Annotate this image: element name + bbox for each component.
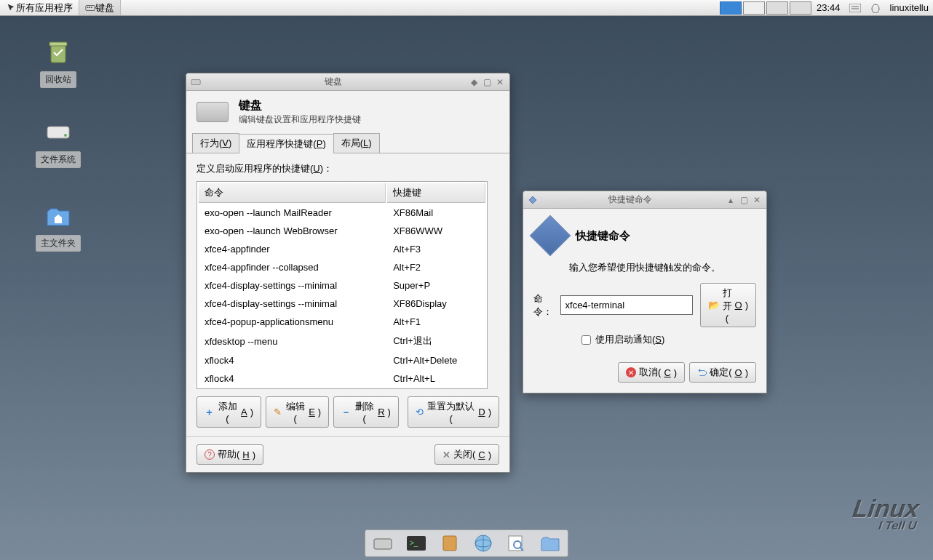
- workspace-4[interactable]: [790, 1, 811, 15]
- sc-dialog-title: 快捷键命令: [538, 193, 723, 206]
- dock-files[interactable]: [437, 532, 463, 554]
- folder-home-icon: [44, 201, 73, 231]
- dock-show-desktop[interactable]: [370, 532, 396, 554]
- network-indicator[interactable]: [865, 0, 886, 15]
- workspace-2[interactable]: [743, 1, 765, 15]
- sc-close-button[interactable]: ✕: [752, 195, 762, 205]
- col-command[interactable]: 命令: [199, 183, 386, 203]
- svg-rect-9: [49, 42, 67, 46]
- sc-max-button[interactable]: ▢: [739, 195, 749, 205]
- command-label: 命令：: [533, 292, 553, 319]
- shortcut-diamond-icon: [530, 215, 571, 257]
- shortcut-key: XF86WWW: [387, 223, 485, 239]
- workspace-3[interactable]: [766, 1, 788, 15]
- tab-behavior[interactable]: 行为(V): [192, 133, 239, 153]
- svg-rect-14: [374, 539, 392, 549]
- dock-search[interactable]: [504, 532, 530, 554]
- home-label: 主文件夹: [36, 235, 81, 252]
- svg-text:>_: >_: [410, 539, 418, 547]
- close-icon: ✕: [442, 449, 450, 460]
- tab-layout[interactable]: 布局(L): [333, 133, 380, 153]
- tab-app-shortcuts[interactable]: 应用程序快捷键(P): [239, 134, 333, 153]
- reset-defaults-button[interactable]: ⟲ 重置为默认(D): [408, 396, 499, 428]
- sc-instruction: 输入您希望使用快捷键触发的命令。: [533, 261, 756, 274]
- sc-titlebar[interactable]: 快捷键命令 ▴ ▢ ✕: [523, 191, 766, 209]
- shortcut-row[interactable]: exo-open --launch WebBrowserXF86WWW: [199, 223, 485, 239]
- svg-rect-17: [443, 536, 456, 551]
- keyboard-titlebar[interactable]: 键盘 ◆ ▢ ✕: [186, 73, 509, 91]
- keyboard-large-icon: [196, 102, 229, 122]
- filesystem-icon[interactable]: 文件系统: [29, 116, 87, 168]
- svg-rect-3: [91, 7, 92, 8]
- shortcut-key: Ctrl+退出: [387, 332, 485, 351]
- filesystem-label: 文件系统: [36, 151, 81, 168]
- open-file-button[interactable]: 📂 打开(O): [700, 283, 756, 327]
- shortcut-cmd: xfce4-display-settings --minimal: [199, 277, 386, 294]
- shortcut-row[interactable]: xfce4-appfinder --collapsedAlt+F2: [199, 259, 485, 276]
- shortcut-row[interactable]: xfce4-display-settings --minimalSuper+P: [199, 277, 485, 294]
- keyboard-icon: [191, 77, 201, 87]
- applications-menu[interactable]: 所有应用程序: [0, 0, 79, 15]
- define-shortcut-label: 定义启动应用程序的快捷键(U)：: [196, 162, 499, 175]
- pencil-icon: ✎: [274, 407, 282, 417]
- taskbar-keyboard[interactable]: 键盘: [79, 0, 121, 15]
- shortcut-row[interactable]: xfdesktop --menuCtrl+退出: [199, 332, 485, 351]
- tabs: 行为(V) 应用程序快捷键(P) 布局(L): [186, 133, 509, 153]
- keyboard-indicator[interactable]: [845, 0, 865, 15]
- shortcut-row[interactable]: xflock4Ctrl+Alt+L: [199, 370, 485, 387]
- shortcut-key: XF86Display: [387, 295, 485, 312]
- remove-button[interactable]: － 删除(R): [333, 396, 399, 428]
- keyboard-settings-window: 键盘 ◆ ▢ ✕ 键盘 编辑键盘设置和应用程序快捷键 行为(V) 应用程序快捷键…: [186, 73, 510, 473]
- svg-rect-12: [191, 79, 200, 84]
- svg-rect-4: [849, 4, 861, 12]
- watermark: Linux I Tell U: [850, 497, 921, 531]
- workspace-1[interactable]: [720, 1, 742, 15]
- startup-notification-label: 使用启动通知(S): [595, 333, 664, 346]
- shortcut-row[interactable]: exo-open --launch MailReaderXF86Mail: [199, 204, 485, 221]
- col-shortcut[interactable]: 快捷键: [387, 183, 485, 203]
- globe-icon: [473, 533, 493, 553]
- shortcut-table[interactable]: 命令 快捷键 exo-open --launch MailReaderXF86M…: [196, 181, 488, 389]
- username[interactable]: linuxitellu: [886, 0, 933, 15]
- shortcut-key: Alt+F3: [387, 241, 485, 257]
- bottom-dock: >_: [365, 529, 568, 557]
- dock-browser[interactable]: [470, 532, 496, 554]
- shortcut-cmd: xflock4: [199, 370, 386, 387]
- mouse-tray-icon: [870, 3, 881, 13]
- command-input[interactable]: [560, 295, 693, 315]
- add-button[interactable]: ＋ 添加(A): [196, 396, 261, 428]
- stick-button[interactable]: ◆: [469, 77, 479, 87]
- keyboard-window-title: 键盘: [201, 76, 466, 88]
- help-button[interactable]: ? 帮助(H): [196, 444, 263, 465]
- help-icon: ?: [205, 449, 215, 460]
- terminal-icon: >_: [405, 535, 427, 552]
- folder-icon: [539, 535, 561, 552]
- shortcut-row[interactable]: xfce4-appfinderAlt+F3: [199, 241, 485, 257]
- sc-heading: 快捷键命令: [576, 229, 630, 243]
- startup-notification-checkbox[interactable]: [581, 335, 591, 345]
- keyboard-heading: 键盘: [239, 98, 361, 113]
- close-dialog-button[interactable]: ✕ 关闭(C): [434, 444, 499, 465]
- shortcut-key: Alt+F2: [387, 259, 485, 276]
- edit-button[interactable]: ✎ 编辑(E): [266, 396, 329, 428]
- ok-button[interactable]: ⮌ 确定(O): [689, 362, 756, 383]
- dock-folder[interactable]: [537, 532, 563, 554]
- search-file-icon: [506, 535, 528, 552]
- workspace-switcher[interactable]: [719, 0, 812, 15]
- shortcut-row[interactable]: xfce4-display-settings --minimalXF86Disp…: [199, 295, 485, 312]
- trash-icon[interactable]: 回收站: [29, 36, 87, 88]
- shortcut-cmd: exo-open --launch WebBrowser: [199, 223, 386, 239]
- shortcut-key: Ctrl+Alt+Delete: [387, 352, 485, 369]
- shortcut-row[interactable]: xflock4Ctrl+Alt+Delete: [199, 352, 485, 369]
- home-folder-icon[interactable]: 主文件夹: [29, 200, 87, 252]
- shortcut-row[interactable]: xfce4-popup-applicationsmenuAlt+F1: [199, 313, 485, 330]
- minimize-button[interactable]: ▢: [482, 77, 492, 87]
- clock[interactable]: 23:44: [812, 0, 845, 15]
- shortcut-cmd: xfce4-appfinder: [199, 241, 386, 257]
- svg-point-7: [872, 4, 879, 13]
- sc-stick-button[interactable]: ▴: [726, 195, 736, 205]
- close-button[interactable]: ✕: [495, 77, 505, 87]
- dock-terminal[interactable]: >_: [403, 532, 429, 554]
- cancel-button[interactable]: ✕ 取消(C): [618, 362, 685, 383]
- apps-menu-label: 所有应用程序: [16, 1, 73, 15]
